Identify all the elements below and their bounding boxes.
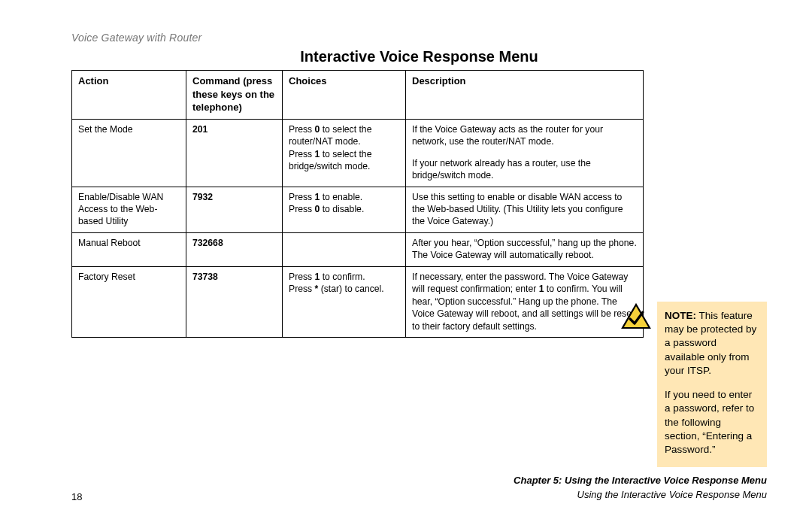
checkmark-warning-icon <box>621 303 651 334</box>
note-label: NOTE: <box>665 310 696 321</box>
table-row: Set the Mode 201 Press 0 to select the r… <box>72 119 644 187</box>
txt: Press <box>289 284 315 294</box>
desc-para: If the Voice Gateway acts as the router … <box>412 123 637 148</box>
cell-choices: Press 1 to confirm. Press * (star) to ca… <box>283 266 406 337</box>
txt: Press <box>289 124 315 135</box>
cell-action: Set the Mode <box>72 119 186 187</box>
cell-description: Use this setting to enable or disable WA… <box>406 187 644 232</box>
table-row: Enable/Disable WAN Access to the Web-bas… <box>72 187 644 232</box>
note-paragraph: NOTE: This feature may be protected by a… <box>665 309 758 378</box>
txt: Press <box>289 204 315 214</box>
note-callout: NOTE: This feature may be protected by a… <box>657 302 767 467</box>
cell-choices: Press 0 to select the router/NAT mode. P… <box>283 119 406 187</box>
cell-command: 732668 <box>186 232 283 266</box>
cell-command: 73738 <box>186 266 283 337</box>
cell-command: 7932 <box>186 187 283 232</box>
desc-para: If your network already has a router, us… <box>412 157 637 182</box>
cell-description: After you hear, “Option successful,” han… <box>406 232 644 266</box>
cell-description: If the Voice Gateway acts as the router … <box>406 119 644 187</box>
cell-description: If necessary, enter the password. The Vo… <box>406 266 644 337</box>
cell-action: Factory Reset <box>72 266 186 337</box>
txt: to enable. <box>320 192 362 202</box>
footer-section: Using the Interactive Voice Response Men… <box>514 488 767 502</box>
table-row: Manual Reboot 732668 After you hear, “Op… <box>72 232 644 266</box>
svg-marker-0 <box>623 305 650 328</box>
table-row: Factory Reset 73738 Press 1 to confirm. … <box>72 266 644 337</box>
doc-header: Voice Gateway with Router <box>71 32 767 44</box>
txt: Press <box>289 272 315 282</box>
ivr-table: Action Command (press these keys on the … <box>71 70 644 338</box>
txt: to disable. <box>320 204 364 214</box>
cell-action: Manual Reboot <box>72 232 186 266</box>
txt: (star) to cancel. <box>318 284 383 294</box>
txt: Press <box>289 149 315 159</box>
cell-action: Enable/Disable WAN Access to the Web-bas… <box>72 187 186 232</box>
page-footer: 18 Chapter 5: Using the Interactive Voic… <box>71 474 767 502</box>
note-paragraph: If you need to enter a password, refer t… <box>665 388 758 457</box>
desc-para: After you hear, “Option successful,” han… <box>412 237 637 262</box>
page-title: Interactive Voice Response Menu <box>134 48 705 65</box>
table-header-row: Action Command (press these keys on the … <box>72 71 644 120</box>
cell-choices: Press 1 to enable. Press 0 to disable. <box>283 187 406 232</box>
col-choices: Choices <box>283 71 406 120</box>
col-description: Description <box>406 71 644 120</box>
txt: to confirm. <box>320 272 365 282</box>
desc-para: Use this setting to enable or disable WA… <box>412 191 637 228</box>
col-command: Command (press these keys on the telepho… <box>186 71 283 120</box>
footer-chapter: Chapter 5: Using the Interactive Voice R… <box>514 474 767 488</box>
cell-choices <box>283 232 406 266</box>
col-action: Action <box>72 71 186 120</box>
txt: Press <box>289 192 315 202</box>
cell-command: 201 <box>186 119 283 187</box>
page-number: 18 <box>71 491 82 502</box>
